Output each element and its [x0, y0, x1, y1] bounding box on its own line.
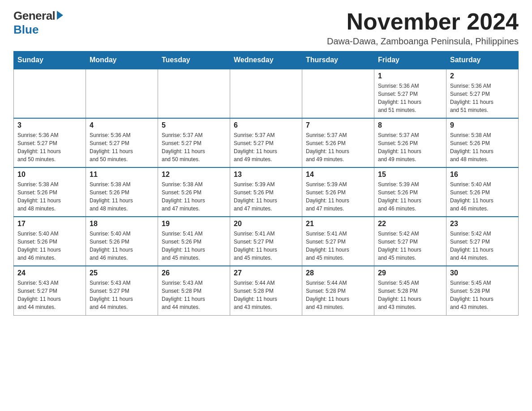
- logo: General Blue: [13, 9, 63, 37]
- day-number: 12: [162, 171, 226, 179]
- day-info: Sunrise: 5:39 AM Sunset: 5:26 PM Dayligh…: [306, 180, 370, 213]
- weekday-header-thursday: Thursday: [302, 51, 374, 69]
- day-number: 24: [17, 269, 82, 277]
- day-number: 17: [17, 220, 82, 228]
- calendar-cell: 22Sunrise: 5:42 AM Sunset: 5:27 PM Dayli…: [374, 217, 446, 266]
- day-number: 13: [234, 171, 298, 179]
- day-info: Sunrise: 5:38 AM Sunset: 5:26 PM Dayligh…: [162, 180, 226, 213]
- calendar-cell: 4Sunrise: 5:36 AM Sunset: 5:27 PM Daylig…: [86, 118, 158, 167]
- calendar-cell: 9Sunrise: 5:38 AM Sunset: 5:26 PM Daylig…: [446, 118, 519, 167]
- day-number: 20: [234, 220, 298, 228]
- day-number: 10: [17, 171, 82, 179]
- calendar-cell: 2Sunrise: 5:36 AM Sunset: 5:27 PM Daylig…: [446, 69, 519, 118]
- day-number: 21: [306, 220, 370, 228]
- day-info: Sunrise: 5:36 AM Sunset: 5:27 PM Dayligh…: [450, 82, 515, 114]
- logo-triangle-icon: [57, 11, 63, 20]
- day-info: Sunrise: 5:36 AM Sunset: 5:27 PM Dayligh…: [378, 82, 442, 114]
- day-info: Sunrise: 5:40 AM Sunset: 5:26 PM Dayligh…: [90, 230, 154, 262]
- day-info: Sunrise: 5:44 AM Sunset: 5:28 PM Dayligh…: [234, 279, 298, 311]
- day-number: 26: [162, 269, 226, 277]
- weekday-header-monday: Monday: [86, 51, 158, 69]
- calendar-cell: [14, 69, 86, 118]
- day-number: 2: [450, 72, 515, 80]
- calendar-cell: 18Sunrise: 5:40 AM Sunset: 5:26 PM Dayli…: [86, 217, 158, 266]
- calendar-week-row: 17Sunrise: 5:40 AM Sunset: 5:26 PM Dayli…: [14, 217, 519, 266]
- day-number: 7: [306, 121, 370, 129]
- day-number: 6: [234, 121, 298, 129]
- calendar-cell: 20Sunrise: 5:41 AM Sunset: 5:27 PM Dayli…: [230, 217, 302, 266]
- calendar-cell: [86, 69, 158, 118]
- day-info: Sunrise: 5:40 AM Sunset: 5:26 PM Dayligh…: [450, 180, 515, 213]
- day-info: Sunrise: 5:37 AM Sunset: 5:27 PM Dayligh…: [162, 131, 226, 163]
- calendar-cell: 19Sunrise: 5:41 AM Sunset: 5:26 PM Dayli…: [158, 217, 230, 266]
- calendar-week-row: 3Sunrise: 5:36 AM Sunset: 5:27 PM Daylig…: [14, 118, 519, 167]
- day-number: 18: [90, 220, 154, 228]
- calendar-cell: 24Sunrise: 5:43 AM Sunset: 5:27 PM Dayli…: [14, 266, 86, 315]
- day-number: 15: [378, 171, 442, 179]
- calendar-cell: 27Sunrise: 5:44 AM Sunset: 5:28 PM Dayli…: [230, 266, 302, 315]
- calendar-cell: 8Sunrise: 5:37 AM Sunset: 5:26 PM Daylig…: [374, 118, 446, 167]
- calendar-cell: 10Sunrise: 5:38 AM Sunset: 5:26 PM Dayli…: [14, 167, 86, 217]
- calendar-cell: [158, 69, 230, 118]
- day-number: 29: [378, 269, 442, 277]
- calendar-cell: 26Sunrise: 5:43 AM Sunset: 5:28 PM Dayli…: [158, 266, 230, 315]
- calendar-cell: 1Sunrise: 5:36 AM Sunset: 5:27 PM Daylig…: [374, 69, 446, 118]
- calendar-cell: 7Sunrise: 5:37 AM Sunset: 5:26 PM Daylig…: [302, 118, 374, 167]
- day-info: Sunrise: 5:41 AM Sunset: 5:27 PM Dayligh…: [234, 230, 298, 262]
- day-number: 19: [162, 220, 226, 228]
- day-info: Sunrise: 5:45 AM Sunset: 5:28 PM Dayligh…: [378, 279, 442, 311]
- weekday-header-saturday: Saturday: [446, 51, 519, 69]
- day-info: Sunrise: 5:44 AM Sunset: 5:28 PM Dayligh…: [306, 279, 370, 311]
- calendar-cell: 3Sunrise: 5:36 AM Sunset: 5:27 PM Daylig…: [14, 118, 86, 167]
- calendar-cell: 5Sunrise: 5:37 AM Sunset: 5:27 PM Daylig…: [158, 118, 230, 167]
- day-info: Sunrise: 5:36 AM Sunset: 5:27 PM Dayligh…: [17, 131, 82, 163]
- weekday-header-friday: Friday: [374, 51, 446, 69]
- calendar-cell: 29Sunrise: 5:45 AM Sunset: 5:28 PM Dayli…: [374, 266, 446, 315]
- weekday-header-wednesday: Wednesday: [230, 51, 302, 69]
- location-subtitle: Dawa-Dawa, Zamboanga Peninsula, Philippi…: [327, 36, 519, 47]
- title-area: November 2024 Dawa-Dawa, Zamboanga Penin…: [327, 9, 519, 47]
- calendar-cell: 12Sunrise: 5:38 AM Sunset: 5:26 PM Dayli…: [158, 167, 230, 217]
- day-number: 3: [17, 121, 82, 129]
- day-info: Sunrise: 5:36 AM Sunset: 5:27 PM Dayligh…: [90, 131, 154, 163]
- calendar-cell: 15Sunrise: 5:39 AM Sunset: 5:26 PM Dayli…: [374, 167, 446, 217]
- calendar-week-row: 10Sunrise: 5:38 AM Sunset: 5:26 PM Dayli…: [14, 167, 519, 217]
- calendar-cell: 6Sunrise: 5:37 AM Sunset: 5:27 PM Daylig…: [230, 118, 302, 167]
- calendar-week-row: 24Sunrise: 5:43 AM Sunset: 5:27 PM Dayli…: [14, 266, 519, 315]
- day-number: 25: [90, 269, 154, 277]
- calendar-cell: 13Sunrise: 5:39 AM Sunset: 5:26 PM Dayli…: [230, 167, 302, 217]
- day-info: Sunrise: 5:42 AM Sunset: 5:27 PM Dayligh…: [378, 230, 442, 262]
- day-info: Sunrise: 5:42 AM Sunset: 5:27 PM Dayligh…: [450, 230, 515, 262]
- calendar-cell: 16Sunrise: 5:40 AM Sunset: 5:26 PM Dayli…: [446, 167, 519, 217]
- day-info: Sunrise: 5:43 AM Sunset: 5:27 PM Dayligh…: [90, 279, 154, 311]
- day-number: 22: [378, 220, 442, 228]
- day-number: 14: [306, 171, 370, 179]
- day-info: Sunrise: 5:39 AM Sunset: 5:26 PM Dayligh…: [378, 180, 442, 213]
- day-info: Sunrise: 5:38 AM Sunset: 5:26 PM Dayligh…: [450, 131, 515, 163]
- weekday-header-tuesday: Tuesday: [158, 51, 230, 69]
- calendar-cell: 21Sunrise: 5:41 AM Sunset: 5:27 PM Dayli…: [302, 217, 374, 266]
- weekday-header-sunday: Sunday: [14, 51, 86, 69]
- calendar-cell: 30Sunrise: 5:45 AM Sunset: 5:28 PM Dayli…: [446, 266, 519, 315]
- calendar-cell: 11Sunrise: 5:38 AM Sunset: 5:26 PM Dayli…: [86, 167, 158, 217]
- calendar-table: SundayMondayTuesdayWednesdayThursdayFrid…: [13, 51, 519, 316]
- day-info: Sunrise: 5:37 AM Sunset: 5:26 PM Dayligh…: [306, 131, 370, 163]
- day-number: 8: [378, 121, 442, 129]
- day-info: Sunrise: 5:40 AM Sunset: 5:26 PM Dayligh…: [17, 230, 82, 262]
- day-info: Sunrise: 5:37 AM Sunset: 5:27 PM Dayligh…: [234, 131, 298, 163]
- day-number: 5: [162, 121, 226, 129]
- day-number: 11: [90, 171, 154, 179]
- calendar-cell: [302, 69, 374, 118]
- day-info: Sunrise: 5:38 AM Sunset: 5:26 PM Dayligh…: [17, 180, 82, 213]
- logo-blue-text: Blue: [13, 23, 39, 37]
- day-number: 9: [450, 121, 515, 129]
- calendar-week-row: 1Sunrise: 5:36 AM Sunset: 5:27 PM Daylig…: [14, 69, 519, 118]
- month-title: November 2024: [327, 9, 519, 34]
- day-number: 28: [306, 269, 370, 277]
- day-info: Sunrise: 5:45 AM Sunset: 5:28 PM Dayligh…: [450, 279, 515, 311]
- calendar-cell: [230, 69, 302, 118]
- calendar-cell: 28Sunrise: 5:44 AM Sunset: 5:28 PM Dayli…: [302, 266, 374, 315]
- calendar-cell: 23Sunrise: 5:42 AM Sunset: 5:27 PM Dayli…: [446, 217, 519, 266]
- calendar-cell: 17Sunrise: 5:40 AM Sunset: 5:26 PM Dayli…: [14, 217, 86, 266]
- day-info: Sunrise: 5:43 AM Sunset: 5:27 PM Dayligh…: [17, 279, 82, 311]
